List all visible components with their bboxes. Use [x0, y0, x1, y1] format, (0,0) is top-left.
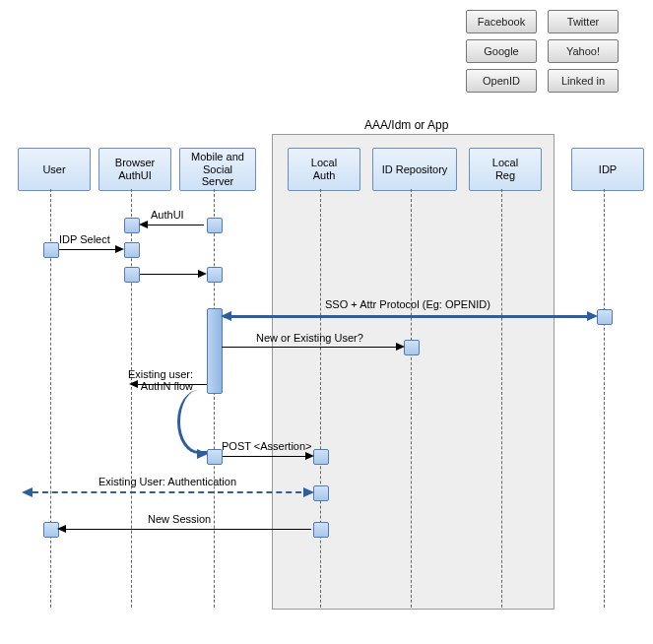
activation-localauth-3 — [313, 522, 329, 538]
activation-idrepo-1 — [404, 340, 420, 355]
lifeline-local-reg — [501, 189, 502, 608]
msg-existauth-line — [33, 491, 311, 493]
participant-local-reg: Local Reg — [469, 148, 542, 191]
activation-browser-1 — [124, 218, 140, 233]
activation-mss-2 — [207, 267, 223, 283]
msg-browser-mss-line — [140, 274, 203, 275]
activation-user-1 — [43, 242, 59, 258]
msg-existing-flow-curve — [177, 390, 220, 454]
msg-authui-arrow — [139, 221, 148, 228]
participant-id-repo: ID Repository — [372, 148, 457, 191]
idp-btn-linkedin[interactable]: Linked in — [548, 69, 619, 93]
activation-idp-1 — [597, 309, 613, 325]
msg-newsession-line — [59, 529, 311, 530]
msg-newsession-arrow — [57, 525, 66, 533]
sequence-diagram: Facebook Twitter Google Yahoo! OpenID Li… — [0, 0, 653, 644]
idp-btn-facebook[interactable]: Facebook — [466, 10, 537, 33]
msg-idpselect-label: IDP Select — [59, 233, 110, 245]
participant-browser: Browser AuthUI — [98, 148, 171, 191]
activation-localauth-1 — [313, 449, 329, 465]
activation-mss-3 — [207, 449, 223, 465]
msg-newexist-line — [222, 347, 402, 348]
participant-idp: IDP — [571, 148, 644, 191]
idp-btn-openid[interactable]: OpenID — [466, 69, 537, 93]
msg-existing-flow-top-arrow — [129, 380, 138, 388]
msg-idpselect-line — [59, 249, 122, 250]
activation-localauth-2 — [313, 485, 329, 501]
msg-existing-flow-top — [131, 384, 207, 385]
idp-btn-twitter[interactable]: Twitter — [548, 10, 619, 33]
msg-sso-arrow-l — [221, 311, 231, 321]
participant-local-auth: Local Auth — [288, 148, 360, 191]
msg-post-label: POST <Assertion> — [222, 440, 312, 452]
activation-browser-2 — [124, 242, 140, 258]
msg-existauth-arrow-l — [22, 487, 33, 497]
msg-newexist-arrow — [396, 343, 405, 351]
activation-mss-1 — [207, 218, 223, 233]
msg-browser-mss-arrow — [198, 270, 207, 278]
msg-existauth-label: Existing User: Authentication — [98, 476, 236, 487]
lifeline-id-repo — [411, 189, 412, 608]
exec-mss-main — [207, 308, 223, 394]
container-aaa — [272, 134, 555, 610]
msg-authui-line — [141, 225, 204, 225]
activation-browser-3 — [124, 267, 140, 283]
msg-sso-line — [224, 315, 594, 318]
msg-sso-label: SSO + Attr Protocol (Eg: OPENID) — [325, 298, 490, 310]
lifeline-idp — [604, 189, 605, 608]
participant-mss: Mobile and Social Server — [179, 148, 256, 191]
msg-idpselect-arrow — [115, 245, 124, 253]
msg-newexist-label: New or Existing User? — [256, 332, 363, 344]
participant-user: User — [18, 148, 91, 191]
idp-btn-google[interactable]: Google — [466, 39, 537, 63]
msg-sso-arrow-r — [587, 311, 598, 321]
lifeline-local-auth — [320, 189, 321, 608]
msg-newsession-label: New Session — [148, 513, 211, 525]
msg-post-line — [223, 456, 311, 457]
msg-existauth-arrow-r — [303, 487, 314, 497]
msg-authui-label: AuthUI — [151, 209, 184, 221]
container-label: AAA/Idm or App — [364, 118, 448, 132]
msg-post-arrow — [305, 452, 314, 460]
idp-btn-yahoo[interactable]: Yahoo! — [548, 39, 619, 63]
